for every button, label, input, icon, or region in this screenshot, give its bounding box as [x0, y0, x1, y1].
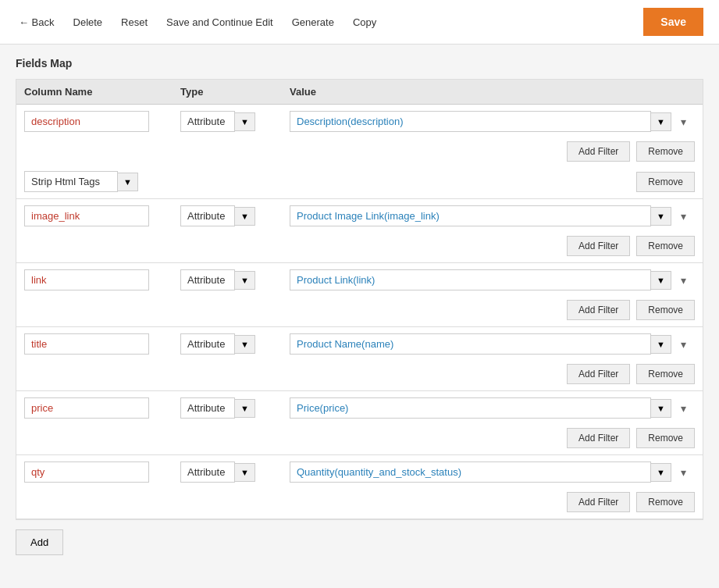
remove-btn-price[interactable]: Remove	[636, 428, 695, 448]
add-filter-btn-qty[interactable]: Add Filter	[567, 492, 630, 512]
strip-filter-wrap: Strip Html Tags ▼	[24, 171, 138, 192]
generate-button[interactable]: Generate	[289, 10, 337, 34]
strip-filter-row: Strip Html Tags ▼ Remove	[16, 168, 703, 198]
field-row: Attribute ▼ Price(price) ▼ ▾	[16, 391, 703, 425]
field-row: Attribute ▼ Quantity(quantity_and_stock_…	[16, 455, 703, 489]
value-text-link: Product Link(link)	[290, 269, 651, 290]
field-group-price: Attribute ▼ Price(price) ▼ ▾ Add Filter …	[16, 391, 703, 455]
save-continue-button[interactable]: Save and Continue Edit	[163, 10, 276, 34]
value-cell-link: Product Link(link) ▼	[290, 269, 671, 290]
header-value: Value	[290, 86, 671, 98]
type-cell-link: Attribute ▼	[180, 269, 290, 290]
expand-btn-title[interactable]: ▾	[671, 335, 695, 354]
type-cell-image-link: Attribute ▼	[180, 205, 290, 226]
column-name-input-description[interactable]	[24, 111, 149, 132]
section-title: Fields Map	[16, 57, 703, 69]
column-name-cell	[24, 397, 180, 419]
column-name-cell	[24, 333, 180, 355]
type-text-description: Attribute	[180, 111, 235, 132]
type-text-title: Attribute	[180, 333, 235, 355]
reset-button[interactable]: Reset	[118, 10, 151, 34]
value-cell-qty: Quantity(quantity_and_stock_status) ▼	[290, 461, 671, 483]
remove-btn-qty[interactable]: Remove	[636, 492, 695, 512]
strip-filter-text: Strip Html Tags	[24, 171, 118, 192]
value-text-description: Description(description)	[290, 111, 651, 132]
value-dropdown-image-link[interactable]: ▼	[651, 207, 671, 226]
field-group-image-link: Attribute ▼ Product Image Link(image_lin…	[16, 199, 703, 263]
column-name-cell	[24, 111, 180, 132]
save-button[interactable]: Save	[643, 8, 703, 36]
field-row: Attribute ▼ Description(description) ▼ ▾	[16, 105, 703, 138]
value-dropdown-price[interactable]: ▼	[651, 399, 671, 418]
type-dropdown-qty[interactable]: ▼	[235, 463, 255, 482]
value-dropdown-description[interactable]: ▼	[651, 112, 671, 131]
value-text-qty: Quantity(quantity_and_stock_status)	[290, 461, 651, 483]
type-text-qty: Attribute	[180, 461, 235, 483]
add-filter-btn-image-link[interactable]: Add Filter	[567, 236, 630, 256]
strip-remove-btn[interactable]: Remove	[636, 172, 695, 192]
remove-btn-image-link[interactable]: Remove	[636, 236, 695, 256]
type-cell-qty: Attribute ▼	[180, 461, 290, 483]
back-button[interactable]: ← Back	[16, 10, 58, 34]
field-row: Attribute ▼ Product Link(link) ▼ ▾	[16, 263, 703, 297]
column-name-input-title[interactable]	[24, 333, 149, 355]
type-text-price: Attribute	[180, 397, 235, 419]
column-name-cell	[24, 205, 180, 226]
filter-row-link: Add Filter Remove	[16, 297, 703, 326]
value-dropdown-qty[interactable]: ▼	[651, 463, 671, 482]
header-type: Type	[180, 86, 290, 98]
value-cell-image-link: Product Image Link(image_link) ▼	[290, 205, 671, 226]
expand-btn-qty[interactable]: ▾	[671, 463, 695, 482]
fields-table: Column Name Type Value Attribute ▼ Descr…	[16, 79, 703, 520]
toolbar: ← Back Delete Reset Save and Continue Ed…	[0, 0, 719, 45]
type-cell-price: Attribute ▼	[180, 397, 290, 419]
value-cell-description: Description(description) ▼	[290, 111, 671, 132]
expand-btn-description[interactable]: ▾	[671, 112, 695, 131]
field-group-link: Attribute ▼ Product Link(link) ▼ ▾ Add F…	[16, 263, 703, 327]
field-group-description: Attribute ▼ Description(description) ▼ ▾…	[16, 105, 703, 199]
type-dropdown-price[interactable]: ▼	[235, 399, 255, 418]
type-dropdown-description[interactable]: ▼	[235, 112, 255, 131]
field-row: Attribute ▼ Product Image Link(image_lin…	[16, 199, 703, 233]
value-text-price: Price(price)	[290, 397, 651, 419]
expand-btn-image-link[interactable]: ▾	[671, 207, 695, 226]
type-cell-description: Attribute ▼	[180, 111, 290, 132]
content: Fields Map Column Name Type Value Attrib…	[0, 45, 719, 568]
column-name-input-qty[interactable]	[24, 461, 149, 483]
expand-btn-price[interactable]: ▾	[671, 399, 695, 418]
type-dropdown-link[interactable]: ▼	[235, 271, 255, 290]
type-text-link: Attribute	[180, 269, 235, 290]
value-cell-title: Product Name(name) ▼	[290, 333, 671, 355]
field-row: Attribute ▼ Product Name(name) ▼ ▾	[16, 327, 703, 361]
column-name-cell	[24, 461, 180, 483]
column-name-cell	[24, 269, 180, 290]
copy-button[interactable]: Copy	[350, 10, 379, 34]
add-filter-btn-description[interactable]: Add Filter	[567, 141, 630, 162]
add-button[interactable]: Add	[16, 529, 63, 555]
add-filter-btn-link[interactable]: Add Filter	[567, 300, 630, 320]
filter-row-title: Add Filter Remove	[16, 361, 703, 390]
type-dropdown-image-link[interactable]: ▼	[235, 207, 255, 226]
field-group-title: Attribute ▼ Product Name(name) ▼ ▾ Add F…	[16, 327, 703, 391]
remove-btn-link[interactable]: Remove	[636, 300, 695, 320]
type-cell-title: Attribute ▼	[180, 333, 290, 355]
value-dropdown-link[interactable]: ▼	[651, 271, 671, 290]
add-filter-btn-price[interactable]: Add Filter	[567, 428, 630, 448]
value-text-image-link: Product Image Link(image_link)	[290, 205, 651, 226]
value-dropdown-title[interactable]: ▼	[651, 335, 671, 354]
strip-filter-dropdown[interactable]: ▼	[118, 173, 138, 191]
value-text-title: Product Name(name)	[290, 333, 651, 355]
remove-btn-title[interactable]: Remove	[636, 364, 695, 384]
add-filter-btn-title[interactable]: Add Filter	[567, 364, 630, 384]
type-dropdown-title[interactable]: ▼	[235, 335, 255, 354]
column-name-input-price[interactable]	[24, 397, 149, 419]
expand-btn-link[interactable]: ▾	[671, 271, 695, 290]
type-text-image-link: Attribute	[180, 205, 235, 226]
remove-btn-description[interactable]: Remove	[636, 141, 695, 162]
filter-row-description: Add Filter Remove	[16, 138, 703, 168]
column-name-input-image-link[interactable]	[24, 205, 149, 226]
filter-row-price: Add Filter Remove	[16, 425, 703, 454]
header-column-name: Column Name	[24, 86, 180, 98]
delete-button[interactable]: Delete	[70, 10, 106, 34]
column-name-input-link[interactable]	[24, 269, 149, 290]
